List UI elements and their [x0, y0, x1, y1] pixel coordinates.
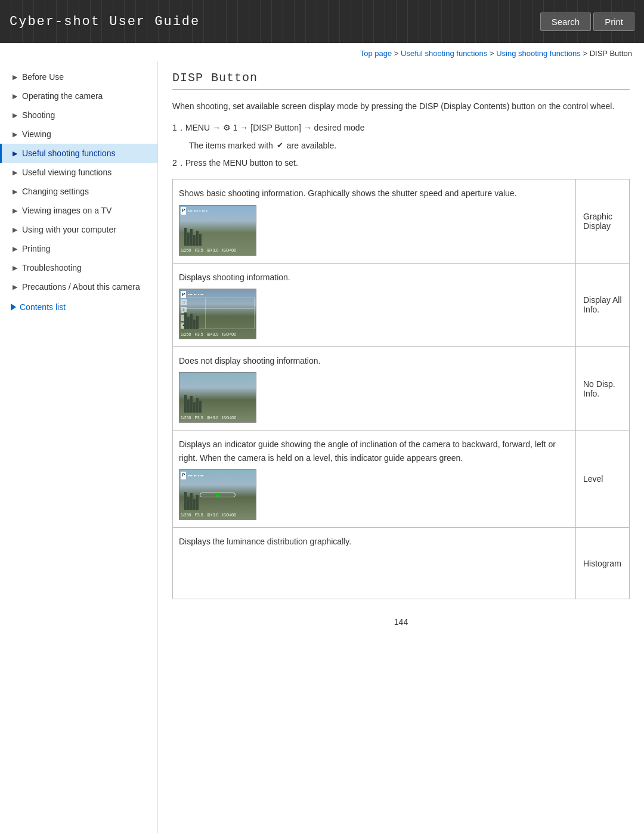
sidebar-label-operating-camera: Operating the camera — [22, 91, 103, 101]
sidebar-item-printing[interactable]: ▶ Printing — [0, 239, 157, 258]
sidebar-item-troubleshooting[interactable]: ▶ Troubleshooting — [0, 258, 157, 277]
chevron-right-icon: ▶ — [13, 226, 17, 234]
chevron-right-icon: ▶ — [13, 264, 17, 272]
step1-cont: 1 → [DISP Button] → desired mode — [233, 123, 365, 132]
level-indicator — [200, 493, 236, 497]
chevron-right-icon: ▶ — [13, 150, 17, 157]
table-row: Displays the luminance distribution grap… — [173, 528, 630, 599]
checkmark-icon: ✔ — [277, 141, 283, 150]
header-buttons: Search Print — [540, 13, 634, 31]
intro-text: When shooting, set available screen disp… — [172, 100, 630, 113]
gear-icon: ⚙ — [223, 123, 231, 132]
no-disp-desc-cell: Does not display shooting information. — [173, 346, 576, 430]
disp-table: Shows basic shooting information. Graphi… — [172, 179, 630, 599]
sidebar-label-printing: Printing — [22, 244, 50, 253]
page-number: 144 — [172, 617, 630, 627]
sidebar-item-viewing-tv[interactable]: ▶ Viewing images on a TV — [0, 201, 157, 220]
sidebar-label-viewing-tv: Viewing images on a TV — [22, 206, 112, 215]
chevron-right-icon: ▶ — [13, 131, 17, 138]
breadcrumb: Top page > Useful shooting functions > U… — [0, 43, 644, 61]
chevron-right-icon: ▶ — [13, 169, 17, 176]
level-desc: Displays an indicator guide showing the … — [179, 438, 569, 465]
chevron-right-icon: ▶ — [13, 283, 17, 291]
table-row: Does not display shooting information. — [173, 346, 630, 430]
histogram-label-cell: Histogram — [576, 528, 630, 599]
graphic-desc: Shows basic shooting information. Graphi… — [179, 187, 569, 200]
level-label-cell: Level — [576, 431, 630, 528]
breadcrumb-current: DISP Button — [590, 49, 632, 58]
histogram-label: Histogram — [583, 559, 621, 568]
all-info-label-cell: Display All Info. — [576, 263, 630, 346]
sidebar-item-before-use[interactable]: ▶ Before Use — [0, 67, 157, 86]
step-1: 1．MENU → ⚙ 1 → [DISP Button] → desired m… — [172, 121, 630, 134]
step1-note2-text: are available. — [287, 141, 336, 150]
step-2: 2．Press the MENU button to set. — [172, 156, 630, 169]
main-layout: ▶ Before Use ▶ Operating the camera ▶ Sh… — [0, 61, 644, 833]
sidebar-item-using-computer[interactable]: ▶ Using with your computer — [0, 220, 157, 239]
content-area: DISP Button When shooting, set available… — [158, 61, 644, 651]
sidebar-item-shooting[interactable]: ▶ Shooting — [0, 106, 157, 125]
page-title: DISP Button — [172, 71, 630, 90]
sidebar-item-useful-viewing[interactable]: ▶ Useful viewing functions — [0, 163, 157, 182]
histogram-desc: Displays the luminance distribution grap… — [179, 535, 569, 548]
sidebar-label-using-computer: Using with your computer — [22, 225, 116, 234]
sidebar-label-shooting: Shooting — [22, 110, 55, 120]
no-disp-display-preview: 1/250 F3.5 ⊞+3.0 ISO400 — [179, 372, 256, 423]
graphic-display-preview: P ▪▪▪ ▪▪▪ ▪ ▪▪ ▪ — [179, 205, 256, 256]
sidebar-label-viewing: Viewing — [22, 129, 51, 139]
sidebar-item-precautions[interactable]: ▶ Precautions / About this camera — [0, 277, 157, 296]
sidebar-item-changing-settings[interactable]: ▶ Changing settings — [0, 182, 157, 201]
sidebar-label-precautions: Precautions / About this camera — [22, 282, 140, 292]
p-mode-icon: P — [181, 207, 186, 215]
step1-text: 1．MENU → — [172, 123, 223, 132]
app-title: Cyber-shot User Guide — [10, 14, 200, 29]
sidebar-label-useful-viewing: Useful viewing functions — [22, 168, 112, 177]
arrow-right-icon — [11, 304, 16, 311]
print-button[interactable]: Print — [593, 13, 634, 31]
breadcrumb-top[interactable]: Top page — [360, 49, 392, 58]
sidebar-label-useful-shooting: Useful shooting functions — [22, 148, 115, 158]
sidebar-item-useful-shooting[interactable]: ▶ Useful shooting functions — [0, 144, 157, 163]
no-disp-label: No Disp. Info. — [583, 379, 615, 398]
contents-list-label: Contents list — [20, 302, 66, 312]
sidebar-item-operating-camera[interactable]: ▶ Operating the camera — [0, 86, 157, 106]
level-display-preview: P ▪▪▪ ▪▪ ▪ ▪▪ — [179, 469, 256, 520]
chevron-right-icon: ▶ — [13, 207, 17, 215]
chevron-right-icon: ▶ — [13, 92, 17, 100]
sidebar-label-changing-settings: Changing settings — [22, 187, 89, 196]
sidebar-label-before-use: Before Use — [22, 72, 64, 82]
all-info-desc-cell: Displays shooting information. P ▪▪▪ ▪▪ … — [173, 263, 576, 346]
graphic-desc-cell: Shows basic shooting information. Graphi… — [173, 179, 576, 263]
no-disp-desc: Does not display shooting information. — [179, 354, 569, 367]
contents-list-link[interactable]: Contents list — [0, 296, 157, 318]
search-button[interactable]: Search — [540, 13, 592, 31]
sidebar-label-troubleshooting: Troubleshooting — [22, 263, 82, 272]
all-info-desc: Displays shooting information. — [179, 271, 569, 284]
histogram-desc-cell: Displays the luminance distribution grap… — [173, 528, 576, 599]
graphic-label: Graphic Display — [583, 212, 612, 231]
chevron-right-icon: ▶ — [13, 188, 17, 196]
table-row: Shows basic shooting information. Graphi… — [173, 179, 630, 263]
table-row: Displays shooting information. P ▪▪▪ ▪▪ … — [173, 263, 630, 346]
all-info-label: Display All Info. — [583, 295, 622, 314]
chevron-right-icon: ▶ — [13, 112, 17, 119]
sidebar-item-viewing[interactable]: ▶ Viewing — [0, 125, 157, 144]
page-header: Cyber-shot User Guide Search Print — [0, 0, 644, 43]
breadcrumb-using-shooting[interactable]: Using shooting functions — [496, 49, 581, 58]
graphic-label-cell: Graphic Display — [576, 179, 630, 263]
breadcrumb-useful-shooting[interactable]: Useful shooting functions — [401, 49, 487, 58]
all-info-display-preview: P ▪▪▪ ▪▪ ▪ ▪▪ □ ≡ ○ ▲ — [179, 289, 256, 339]
no-disp-label-cell: No Disp. Info. — [576, 346, 630, 430]
step1-note-text: The items marked with — [189, 141, 273, 150]
level-desc-cell: Displays an indicator guide showing the … — [173, 431, 576, 528]
p-mode-icon: P — [181, 472, 186, 479]
chevron-right-icon: ▶ — [13, 245, 17, 253]
level-label: Level — [583, 474, 603, 484]
chevron-right-icon: ▶ — [13, 73, 17, 81]
level-dot — [216, 493, 219, 497]
sidebar: ▶ Before Use ▶ Operating the camera ▶ Sh… — [0, 61, 158, 833]
table-row: Displays an indicator guide showing the … — [173, 431, 630, 528]
step1-note: The items marked with ✔ are available. — [189, 141, 630, 150]
